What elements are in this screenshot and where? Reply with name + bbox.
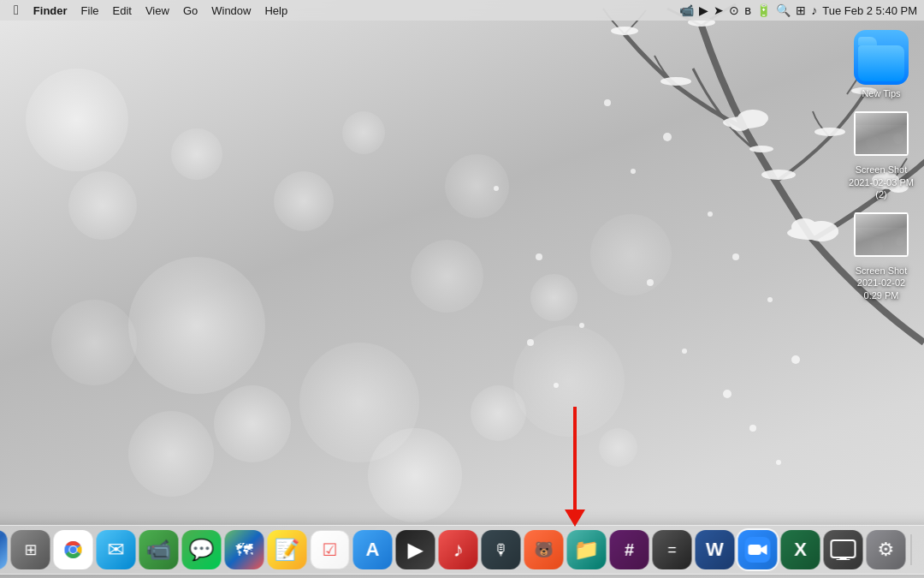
appstore-symbol: A [366, 540, 380, 559]
menu-view[interactable]: View [139, 3, 175, 19]
dock-item-chrome[interactable] [54, 530, 93, 569]
screenshot2-label: Screen Shot2021-02-02 0:29 PM [847, 265, 915, 301]
reminders-symbol: ☑ [323, 541, 338, 558]
folder-icon-inner [858, 45, 904, 81]
svg-point-30 [554, 383, 559, 388]
bluetooth-icon[interactable]: ʙ [744, 3, 751, 17]
svg-point-20 [732, 253, 739, 260]
svg-point-27 [723, 390, 732, 398]
svg-point-2 [761, 170, 796, 180]
dock-item-messages[interactable]: 💬 [182, 530, 222, 569]
desktop-icon-screenshot1[interactable]: Screen Shot2021-02-03 PM (2) [847, 106, 915, 200]
dock-item-excel[interactable]: X [781, 530, 820, 569]
datetime-display: Tue Feb 2 5:40 PM [822, 4, 917, 17]
battery-icon[interactable]: 🔋 [756, 3, 771, 17]
dock-item-dark[interactable]: 🎙 [482, 530, 521, 569]
dock-item-reminders[interactable]: ☑ [311, 530, 350, 569]
svg-point-29 [527, 339, 534, 346]
dock-item-launchpad[interactable]: ⊞ [11, 530, 50, 569]
svg-rect-54 [840, 557, 847, 559]
dock-item-appstore[interactable]: A [353, 530, 393, 569]
share-icon[interactable]: ➤ [714, 3, 724, 17]
menu-go[interactable]: Go [177, 3, 204, 19]
svg-rect-38 [856, 214, 909, 228]
arrow-shaft [573, 407, 577, 509]
dock-item-calculator[interactable]: = [653, 530, 692, 569]
menubar-right: 📹 ▶ ➤ ⊙ ʙ 🔋 🔍 ⊞ ♪ Tue Feb 2 5:40 PM [679, 3, 917, 17]
desktop-icons: New Tips Screen Shot2021-02-03 PM (2) [847, 30, 915, 301]
dock-item-appletv[interactable]: ▶ [396, 530, 435, 569]
screenshot1-label: Screen Shot2021-02-03 PM (2) [847, 164, 915, 200]
dock-item-music[interactable]: ♪ [439, 530, 478, 569]
calc-symbol: = [667, 542, 677, 557]
svg-rect-55 [837, 559, 850, 560]
folder-icon-shape [854, 30, 909, 85]
desktop-icon-screenshot2[interactable]: Screen Shot2021-02-02 0:29 PM [847, 207, 915, 301]
svg-point-13 [730, 117, 750, 131]
maps-symbol: 🗺 [236, 541, 253, 558]
folder-icon-img [854, 30, 909, 85]
menu-edit[interactable]: Edit [107, 3, 138, 19]
dock-item-maps[interactable]: 🗺 [225, 530, 264, 569]
screenshot2-img [854, 207, 909, 262]
slack-symbol: # [625, 541, 634, 558]
screen-capture-icon[interactable]: ⊞ [796, 3, 806, 17]
apple-menu[interactable]:  [7, 3, 26, 18]
svg-point-21 [767, 297, 773, 302]
facetime-icon[interactable]: 📹 [679, 3, 694, 17]
dock-item-slack[interactable]: # [610, 530, 649, 569]
svg-point-40 [896, 237, 904, 246]
dock-item-mail[interactable]: ✉ [97, 530, 136, 569]
svg-point-25 [647, 279, 654, 286]
svg-point-23 [536, 253, 542, 260]
dock-item-finder[interactable] [0, 530, 8, 569]
dock-item-screenrecord[interactable] [824, 530, 863, 569]
dock-container: ⊞ ✉ [0, 525, 924, 575]
dock-item-files[interactable]: 📁 [567, 530, 607, 569]
airplay-icon[interactable]: ▶ [699, 3, 708, 17]
svg-rect-37 [856, 214, 909, 257]
dock-item-trash[interactable]: 🗑 [917, 530, 925, 569]
menu-window[interactable]: Window [205, 3, 257, 19]
svg-point-11 [804, 221, 838, 241]
menu-file[interactable]: File [75, 3, 105, 19]
bear-symbol: 🐻 [535, 542, 554, 557]
svg-point-16 [604, 99, 611, 106]
dock-item-notes[interactable]: 📝 [268, 530, 307, 569]
mail-symbol: ✉ [108, 539, 125, 560]
svg-point-19 [708, 212, 713, 217]
system-prefs-symbol: ⚙ [878, 540, 895, 559]
svg-point-50 [70, 546, 77, 553]
dock: ⊞ ✉ [0, 525, 924, 575]
dock-item-facetime[interactable]: 📹 [139, 530, 179, 569]
desktop-icon-new-tips[interactable]: New Tips [847, 30, 915, 99]
menubar:  Finder File Edit View Go Window Help 📹… [0, 0, 924, 21]
search-icon[interactable]: 🔍 [776, 3, 791, 17]
svg-point-36 [893, 134, 903, 144]
svg-point-4 [814, 128, 845, 136]
screenshot1-img [854, 106, 909, 161]
svg-point-17 [631, 169, 636, 174]
svg-point-35 [866, 136, 880, 150]
svg-point-18 [663, 133, 672, 141]
app-name[interactable]: Finder [27, 3, 74, 19]
dock-item-bear[interactable]: 🐻 [524, 530, 564, 569]
arrow-head [565, 509, 585, 527]
wifi-icon[interactable]: ⊙ [729, 3, 739, 17]
launchpad-symbol: ⊞ [24, 542, 37, 557]
svg-rect-53 [832, 540, 856, 557]
facetime-symbol: 📹 [146, 539, 172, 560]
word-symbol: W [706, 540, 724, 559]
svg-point-28 [494, 186, 499, 191]
dock-item-word[interactable]: W [696, 530, 735, 569]
screenshot1-thumb [854, 111, 909, 156]
svg-point-32 [776, 460, 781, 465]
svg-rect-52 [749, 545, 761, 555]
dock-item-zoom[interactable] [738, 530, 778, 569]
red-arrow [565, 407, 585, 527]
dock-item-system-prefs[interactable]: ⚙ [867, 530, 906, 569]
menu-help[interactable]: Help [258, 3, 293, 19]
svg-point-8 [611, 27, 638, 35]
svg-point-31 [749, 425, 756, 432]
music-note-icon[interactable]: ♪ [811, 3, 817, 17]
